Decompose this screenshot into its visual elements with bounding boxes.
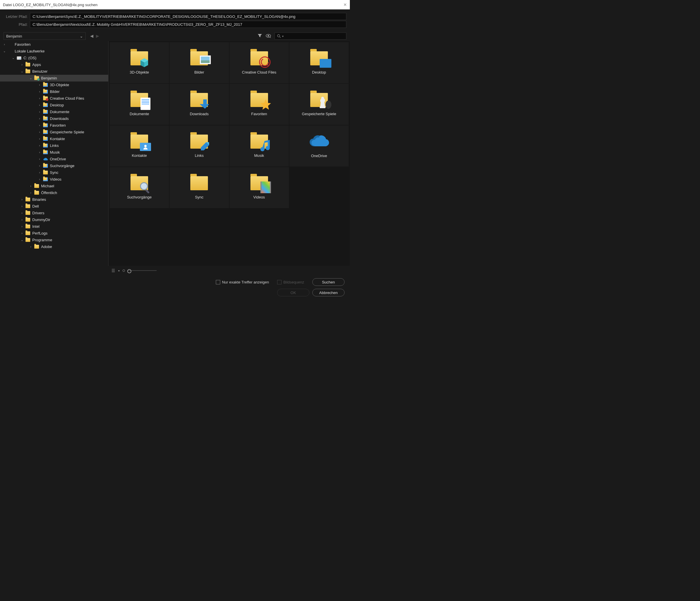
tree-twisty-icon[interactable]: › [20, 211, 24, 215]
tree-twisty-icon[interactable]: › [38, 90, 42, 93]
tree-item[interactable]: ›Intel [0, 223, 108, 230]
view-list-icon[interactable]: ☰ [111, 268, 115, 273]
folder-item[interactable]: Kontakte [110, 125, 169, 167]
tree-item[interactable]: ›OneDrive [0, 156, 108, 162]
tree-item[interactable]: ›Desktop [0, 102, 108, 108]
tree-item[interactable]: ›Musik [0, 149, 108, 156]
folder-tree[interactable]: ›Favoriten⌄Lokale Laufwerke⌄C: (OS)›Apps… [0, 41, 108, 266]
tree-item[interactable]: ›Binaries [0, 196, 108, 203]
folder-item[interactable]: Videos [230, 167, 289, 208]
tree-item[interactable]: ›Favoriten [0, 122, 108, 129]
folder-icon [43, 143, 48, 148]
tree-twisty-icon[interactable]: ⌄ [29, 76, 33, 80]
tree-item[interactable]: ›Bilder [0, 88, 108, 95]
folder-item[interactable]: Creative Cloud Files [230, 42, 289, 83]
tree-item[interactable]: ›Downloads [0, 115, 108, 122]
search-button[interactable]: Suchen [312, 278, 345, 286]
tree-twisty-icon[interactable]: › [20, 63, 24, 66]
exact-match-checkbox[interactable]: Nur exakte Treffer anzeigen [216, 280, 269, 284]
folder-icon [43, 96, 48, 101]
tree-item[interactable]: ›Dokumente [0, 108, 108, 115]
folder-item[interactable]: 3D-Objekte [110, 42, 169, 83]
tree-twisty-icon[interactable]: › [38, 103, 42, 107]
tree-twisty-icon[interactable]: ⌄ [11, 56, 15, 59]
tree-item[interactable]: ›Kontakte [0, 135, 108, 142]
tree-twisty-icon[interactable]: › [38, 137, 42, 141]
nav-forward-icon[interactable]: ► [95, 33, 100, 39]
tree-item[interactable]: ›Dell [0, 203, 108, 209]
folder-item[interactable]: Suchvorgänge [110, 167, 169, 208]
tree-twisty-icon[interactable]: › [38, 144, 42, 147]
folder-item[interactable]: Desktop [290, 42, 349, 83]
tree-item-label: Programme [32, 238, 52, 242]
tree-twisty-icon[interactable]: › [20, 232, 24, 235]
tree-twisty-icon[interactable]: › [38, 164, 42, 168]
tree-item-label: Favoriten [15, 42, 30, 47]
tree-item[interactable]: ›Sync [0, 169, 108, 176]
tree-twisty-icon[interactable]: › [38, 151, 42, 154]
tree-item[interactable]: ›Videos [0, 176, 108, 183]
tree-twisty-icon[interactable]: › [38, 117, 42, 120]
folder-item[interactable]: Musik [230, 125, 289, 167]
tree-twisty-icon[interactable]: › [38, 83, 42, 86]
tree-item[interactable]: ›Adobe [0, 243, 108, 250]
eye-icon[interactable] [266, 34, 271, 39]
tree-item[interactable]: ›Suchvorgänge [0, 162, 108, 169]
tree-item[interactable]: ›DummyDir [0, 216, 108, 223]
tree-twisty-icon[interactable]: › [20, 198, 24, 201]
folder-item[interactable]: Dokumente [110, 84, 169, 125]
folder-item[interactable]: Bilder [170, 42, 229, 83]
tree-item[interactable]: ⌄Programme [0, 236, 108, 243]
tree-item[interactable]: ›PerfLogs [0, 230, 108, 236]
tree-twisty-icon[interactable]: › [20, 205, 24, 208]
tree-item[interactable]: ⌄C: (OS) [0, 54, 108, 61]
tree-twisty-icon[interactable]: › [20, 218, 24, 221]
view-thumb-icon[interactable]: ▪ [118, 268, 120, 273]
path-input[interactable] [30, 21, 346, 28]
tree-twisty-icon[interactable]: › [2, 43, 6, 46]
view-slider[interactable] [123, 270, 157, 272]
folder-icon [43, 170, 48, 175]
tree-item[interactable]: ›Favoriten [0, 41, 108, 48]
last-path-input[interactable] [30, 13, 346, 20]
nav-back-icon[interactable]: ◄ [89, 33, 95, 39]
tree-twisty-icon[interactable]: › [29, 245, 33, 248]
tree-item[interactable]: ›3D-Objekte [0, 81, 108, 88]
tree-twisty-icon[interactable]: › [38, 110, 42, 114]
tree-item-label: Suchvorgänge [50, 164, 74, 168]
tree-item[interactable]: ⌄Benjamin [0, 75, 108, 81]
folder-item[interactable]: Sync [170, 167, 229, 208]
tree-item[interactable]: ›Michael [0, 183, 108, 190]
tree-twisty-icon[interactable]: › [29, 184, 33, 187]
cancel-button[interactable]: Abbrechen [312, 289, 345, 296]
tree-twisty-icon[interactable]: › [38, 130, 42, 134]
folder-item[interactable]: Favoriten [230, 84, 289, 125]
close-icon[interactable]: ✕ [343, 2, 347, 7]
tree-twisty-icon[interactable]: › [38, 178, 42, 181]
breadcrumb-select[interactable]: Benjamin ⌄ [3, 32, 85, 40]
tree-twisty-icon[interactable]: ⌄ [20, 239, 24, 242]
folder-item[interactable]: Gespeicherte Spiele [290, 84, 349, 125]
folder-icon [25, 231, 30, 236]
folder-item[interactable]: Downloads [170, 84, 229, 125]
tree-twisty-icon[interactable]: › [38, 97, 42, 100]
tree-item[interactable]: ›Apps [0, 61, 108, 68]
tree-twisty-icon[interactable]: › [38, 171, 42, 174]
tree-item[interactable]: ›Links [0, 142, 108, 149]
tree-twisty-icon[interactable]: ⌄ [2, 50, 6, 53]
tree-item[interactable]: ›Gespeicherte Spiele [0, 129, 108, 135]
tree-item[interactable]: ⌄Benutzer [0, 68, 108, 75]
tree-twisty-icon[interactable]: › [29, 191, 33, 194]
search-input[interactable]: ▾ [274, 32, 346, 40]
tree-twisty-icon[interactable]: › [38, 157, 42, 161]
tree-twisty-icon[interactable]: ⌄ [20, 70, 24, 73]
tree-item[interactable]: ›Creative Cloud Files [0, 95, 108, 102]
tree-twisty-icon[interactable]: › [20, 225, 24, 228]
tree-item[interactable]: ›Drivers [0, 209, 108, 216]
folder-item[interactable]: OneDrive [290, 125, 349, 167]
tree-item[interactable]: ›Öffentlich [0, 190, 108, 196]
folder-item[interactable]: Links [170, 125, 229, 167]
filter-icon[interactable] [257, 33, 262, 39]
tree-twisty-icon[interactable]: › [38, 124, 42, 127]
tree-item[interactable]: ⌄Lokale Laufwerke [0, 48, 108, 54]
